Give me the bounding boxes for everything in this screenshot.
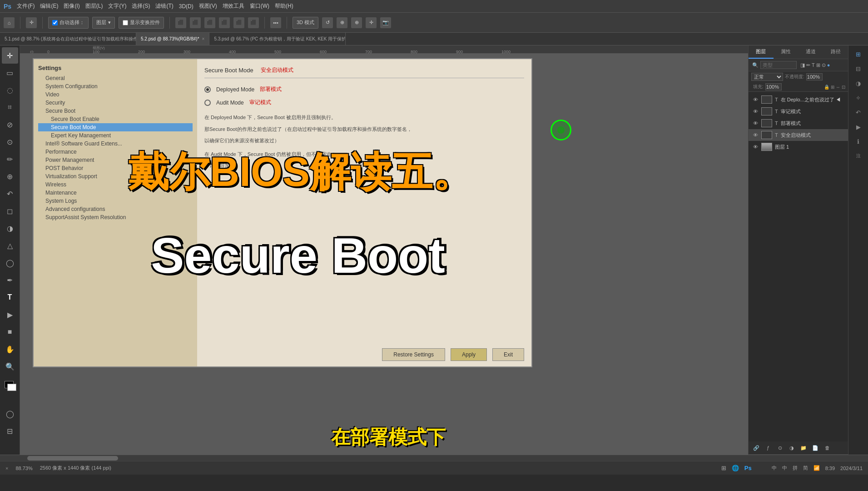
taskbar-edge[interactable]: 🌐	[732, 465, 739, 471]
menu-plugins[interactable]: 增效工具	[223, 2, 244, 10]
zoom-fit-icon[interactable]: ⊕	[337, 17, 347, 28]
tab-properties[interactable]: 属性	[774, 45, 799, 59]
bios-secure-boot-mode[interactable]: Secure Boot Mode	[38, 123, 193, 131]
layer-visibility-1[interactable]: 👁	[752, 97, 759, 102]
tab-51psd[interactable]: 5.1.psd @ 88.7% (系统将会在启动过程中验证引导加载程序和操作系统…	[0, 33, 136, 45]
menu-filter[interactable]: 滤镜(T)	[155, 2, 173, 10]
filter-icon5[interactable]: ⊙	[822, 62, 826, 68]
menu-edit[interactable]: 编辑(E)	[40, 2, 58, 10]
far-right-comments-icon[interactable]: 注	[850, 149, 867, 163]
layer-item-text3[interactable]: 👁 T 部署模式	[749, 117, 848, 129]
screen-mode-tool[interactable]: ⊟	[2, 423, 18, 439]
eyedropper-tool[interactable]: ⊘	[2, 116, 18, 133]
menu-3d[interactable]: 3D(D)	[179, 3, 193, 10]
link-layers-icon[interactable]: 🔗	[751, 443, 761, 453]
filter-toggle[interactable]: ●	[827, 62, 830, 68]
menu-view[interactable]: 视图(V)	[199, 2, 217, 10]
ime-mode1[interactable]: 中	[782, 465, 787, 471]
search-icon[interactable]: 🔍	[752, 62, 759, 68]
show-controls-toggle[interactable]: 显示变换控件	[119, 17, 164, 29]
tab-channels[interactable]: 通道	[799, 45, 823, 59]
foreground-bg-color[interactable]	[2, 379, 18, 396]
bios-system-logs[interactable]: System Logs	[38, 197, 193, 205]
bios-intel-sgx[interactable]: Intel® Software Guard Extens...	[38, 140, 193, 148]
path-select-tool[interactable]: ▶	[2, 306, 18, 323]
far-right-styles-icon[interactable]: ✧	[850, 91, 867, 105]
gradient-tool[interactable]: ◑	[2, 220, 18, 236]
layer-mask-icon[interactable]: ⊙	[775, 443, 785, 453]
crop-tool[interactable]: ⌗	[2, 99, 18, 115]
ime-mode2[interactable]: 拼	[793, 465, 798, 471]
far-right-actions-icon[interactable]: ▶	[850, 120, 867, 134]
bios-video[interactable]: Video	[38, 90, 193, 99]
filter-icon4[interactable]: ⊞	[816, 62, 820, 68]
move-options-icon[interactable]: ✛	[26, 17, 37, 28]
align-top-icon[interactable]: ⬛	[219, 17, 230, 28]
zoom-actual-icon[interactable]: ⊕	[351, 17, 362, 28]
layer-effects-icon[interactable]: ƒ	[763, 443, 773, 453]
layers-search-input[interactable]	[760, 61, 797, 69]
bios-virtualization[interactable]: Virtualization Support	[38, 172, 193, 180]
hand-tool[interactable]: ✋	[2, 341, 18, 357]
bios-advanced-config[interactable]: Advanced configurations	[38, 205, 193, 213]
marquee-tool[interactable]: ▭	[2, 65, 18, 81]
bios-performance[interactable]: Performance	[38, 148, 193, 156]
tab-paths[interactable]: 路径	[823, 45, 848, 59]
status-close[interactable]: ×	[5, 466, 8, 471]
taskbar-photoshop[interactable]: Ps	[744, 465, 752, 471]
filter-icon2[interactable]: ✏	[806, 62, 810, 68]
layer-visibility-4[interactable]: 👁	[752, 132, 759, 138]
bios-expert-key[interactable]: Expert Key Management	[38, 131, 193, 140]
lock3-icon[interactable]: ↔	[836, 85, 840, 90]
align-middle-icon[interactable]: ⬛	[233, 17, 244, 28]
lock2-icon[interactable]: ⊞	[831, 85, 834, 90]
3d-mode-btn[interactable]: 3D 模式	[293, 17, 318, 29]
far-right-layers-icon[interactable]: ⊞	[850, 47, 867, 61]
opacity-input[interactable]	[806, 73, 823, 80]
scrollbar-thumb-horizontal[interactable]	[27, 456, 118, 461]
layer-item-text4[interactable]: 👁 T 安全启动模式	[749, 129, 848, 141]
home-icon[interactable]: ⌂	[4, 17, 15, 28]
move-tool[interactable]: ✛	[2, 47, 18, 64]
bios-secure-boot-enable[interactable]: Secure Boot Enable	[38, 115, 193, 123]
spot-heal-tool[interactable]: ⊙	[2, 134, 18, 150]
bios-post-behavior[interactable]: POST Behavior	[38, 164, 193, 172]
more-options-icon[interactable]: •••	[270, 17, 281, 28]
show-controls-checkbox[interactable]	[123, 20, 128, 25]
auto-select-checkbox[interactable]	[52, 20, 58, 25]
bios-secure-boot[interactable]: Secure Boot	[38, 107, 193, 115]
apply-button[interactable]: Apply	[451, 348, 487, 361]
bios-supportassist[interactable]: SupportAssist System Resolution	[38, 213, 193, 221]
layer-visibility-5[interactable]: 👁	[752, 144, 759, 150]
canvas-area[interactable]: 位 0 100 200 300 400 500 600 700 800 900 …	[20, 45, 748, 455]
exit-button[interactable]: Exit	[492, 348, 524, 361]
pen-tool[interactable]: ✒	[2, 272, 18, 288]
menu-select[interactable]: 选择(S)	[132, 2, 150, 10]
shape-tool[interactable]: ■	[2, 324, 18, 340]
dodge-tool[interactable]: ◯	[2, 255, 18, 271]
new-layer-icon[interactable]: 📄	[810, 443, 820, 453]
new-group-icon[interactable]: 📁	[799, 443, 808, 453]
lasso-tool[interactable]: ◌	[2, 82, 18, 98]
menu-window[interactable]: 窗口(W)	[250, 2, 269, 10]
far-right-info-icon[interactable]: ℹ	[850, 135, 867, 148]
blend-mode-select[interactable]: 正常	[751, 73, 783, 81]
horizontal-scrollbar[interactable]	[0, 455, 868, 461]
delete-layer-icon[interactable]: 🗑	[822, 443, 832, 453]
menu-image[interactable]: 图像(I)	[64, 2, 79, 10]
far-right-history-icon[interactable]: ↶	[850, 105, 867, 119]
fill-input[interactable]	[765, 83, 782, 90]
camera-icon[interactable]: 📷	[380, 17, 391, 28]
taskbar-start[interactable]: ⊞	[721, 465, 726, 471]
brush-tool[interactable]: ✏	[2, 151, 18, 167]
layer-item-text1[interactable]: 👁 T 在 Deplo...之前也说过了 ◀	[749, 94, 848, 105]
restore-settings-button[interactable]: Restore Settings	[382, 348, 445, 361]
filter-icon3[interactable]: T	[812, 62, 815, 68]
tab-52psd[interactable]: 5.2.psd @ 88.73%(RGB/8#)* ×	[136, 33, 209, 45]
layer-visibility-2[interactable]: 👁	[752, 109, 759, 114]
type-tool[interactable]: T	[2, 289, 18, 306]
blur-tool[interactable]: △	[2, 237, 18, 254]
bios-wireless[interactable]: Wireless	[38, 180, 193, 189]
fill-adjust-icon[interactable]: ◑	[787, 443, 797, 453]
history-brush-tool[interactable]: ↶	[2, 185, 18, 202]
